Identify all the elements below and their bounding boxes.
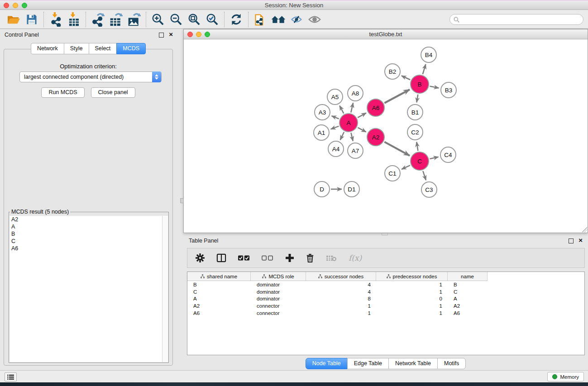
tab-motifs[interactable]: Motifs bbox=[437, 358, 466, 369]
graph-node-C3[interactable]: C3 bbox=[421, 182, 437, 197]
mcds-result-list[interactable]: A2ABCA6 bbox=[10, 216, 162, 362]
tab-network[interactable]: Network bbox=[31, 43, 64, 54]
graph-edge-A-A3[interactable] bbox=[332, 116, 339, 119]
tab-mcds[interactable]: MCDS bbox=[116, 43, 146, 54]
table-row[interactable]: Adominator80A bbox=[187, 295, 584, 302]
table-row[interactable]: Cdominator41C bbox=[187, 288, 584, 295]
show-hide-details-button[interactable] bbox=[306, 11, 324, 28]
table-close-icon[interactable]: × bbox=[578, 237, 583, 243]
toggle-graphics-details-button[interactable] bbox=[287, 11, 306, 28]
result-item[interactable]: A6 bbox=[10, 245, 162, 252]
close-window-button[interactable] bbox=[4, 3, 9, 8]
select-all-button[interactable] bbox=[238, 255, 250, 261]
split-panel-button[interactable] bbox=[216, 253, 226, 262]
network-minimize-button[interactable] bbox=[196, 32, 201, 37]
resize-grip-icon[interactable] bbox=[582, 227, 587, 232]
home-button[interactable] bbox=[269, 11, 287, 28]
graph-edge-A-A6[interactable] bbox=[358, 113, 366, 118]
graph-node-B[interactable]: B bbox=[411, 75, 429, 93]
run-mcds-button[interactable]: Run MCDS bbox=[41, 87, 84, 98]
tab-node-table[interactable]: Node Table bbox=[306, 358, 348, 369]
tab-select[interactable]: Select bbox=[89, 43, 117, 54]
add-column-button[interactable] bbox=[285, 253, 294, 262]
export-table-button[interactable] bbox=[107, 11, 125, 28]
zoom-in-button[interactable] bbox=[149, 11, 167, 28]
network-from-document-button[interactable] bbox=[251, 11, 269, 28]
graph-edge-B-B3[interactable] bbox=[430, 86, 439, 88]
graph-edge-C-C2[interactable] bbox=[416, 142, 418, 151]
result-item[interactable]: A2 bbox=[10, 216, 162, 223]
result-item[interactable]: B bbox=[10, 230, 162, 238]
graph-node-B3[interactable]: B3 bbox=[441, 82, 456, 98]
tab-network-table[interactable]: Network Table bbox=[388, 358, 438, 369]
refresh-view-button[interactable] bbox=[227, 11, 245, 28]
graph-edge-A6-B[interactable] bbox=[384, 90, 410, 103]
graph-edge-C-C1[interactable] bbox=[402, 165, 410, 169]
float-panel-icon[interactable] bbox=[159, 33, 164, 38]
delete-columns-button[interactable] bbox=[306, 253, 314, 262]
graph-node-A7[interactable]: A7 bbox=[348, 143, 363, 158]
graph-edge-B-B4[interactable] bbox=[423, 64, 426, 74]
zoom-out-button[interactable] bbox=[167, 11, 185, 28]
graph-node-C[interactable]: C bbox=[411, 152, 429, 170]
maximize-window-button[interactable] bbox=[22, 3, 27, 8]
delete-table-button[interactable] bbox=[326, 255, 337, 262]
import-network-button[interactable] bbox=[47, 11, 65, 28]
import-table-button[interactable] bbox=[65, 11, 83, 28]
minimize-window-button[interactable] bbox=[13, 3, 18, 8]
save-session-button[interactable] bbox=[23, 11, 41, 28]
column-header-predecessor-nodes[interactable]: predecessor nodes bbox=[376, 272, 448, 281]
table-row[interactable]: A2connector11A2 bbox=[187, 302, 584, 310]
function-builder-button[interactable]: f(x) bbox=[349, 253, 362, 262]
criterion-dropdown[interactable]: largest connected component (directed) bbox=[19, 71, 162, 82]
node-table[interactable]: shared nameMCDS rolesuccessor nodesprede… bbox=[187, 272, 585, 355]
table-row[interactable]: Bdominator41B bbox=[187, 281, 584, 288]
memory-button[interactable]: Memory bbox=[547, 372, 584, 381]
graph-node-D1[interactable]: D1 bbox=[344, 181, 359, 197]
search-field[interactable] bbox=[449, 14, 583, 25]
graph-edge-A-A8[interactable] bbox=[351, 103, 353, 112]
graph-node-A6[interactable]: A6 bbox=[367, 99, 384, 116]
result-item[interactable]: C bbox=[10, 238, 162, 245]
graph-node-C2[interactable]: C2 bbox=[407, 124, 423, 140]
graph-edge-C-C3[interactable] bbox=[423, 171, 426, 180]
export-network-button[interactable] bbox=[89, 11, 107, 28]
graph-node-C1[interactable]: C1 bbox=[385, 166, 400, 181]
deselect-all-button[interactable] bbox=[262, 255, 273, 261]
graph-node-B1[interactable]: B1 bbox=[407, 105, 423, 120]
graph-edge-A2-C[interactable] bbox=[384, 142, 410, 156]
graph-node-A5[interactable]: A5 bbox=[327, 89, 343, 105]
graph-node-A1[interactable]: A1 bbox=[314, 125, 329, 140]
column-header-name[interactable]: name bbox=[448, 272, 488, 281]
close-panel-icon[interactable]: × bbox=[169, 31, 173, 38]
result-scrollbar[interactable] bbox=[162, 216, 168, 362]
graph-edge-A-A7[interactable] bbox=[351, 133, 353, 141]
tab-style[interactable]: Style bbox=[64, 43, 89, 54]
graph-node-A3[interactable]: A3 bbox=[315, 105, 330, 120]
graph-edge-A-A2[interactable] bbox=[358, 128, 366, 132]
graph-edge-A-A1[interactable] bbox=[331, 126, 339, 129]
zoom-selected-button[interactable] bbox=[203, 11, 221, 28]
graph-node-A4[interactable]: A4 bbox=[328, 141, 344, 157]
graph-node-B2[interactable]: B2 bbox=[385, 64, 400, 79]
result-item[interactable]: A bbox=[10, 223, 162, 230]
network-canvas[interactable]: AA6A2BCA5A8A3A1A4A7B2B4B3B1C2C4C1C3DD1 bbox=[184, 39, 588, 233]
graph-node-A8[interactable]: A8 bbox=[348, 86, 363, 101]
table-settings-button[interactable] bbox=[196, 253, 205, 262]
graph-edge-B-B1[interactable] bbox=[417, 95, 418, 103]
network-close-button[interactable] bbox=[187, 32, 193, 37]
network-maximize-button[interactable] bbox=[205, 32, 210, 37]
column-header-shared-name[interactable]: shared name bbox=[187, 272, 251, 281]
table-float-icon[interactable] bbox=[569, 238, 574, 243]
vertical-splitter-handle[interactable] bbox=[382, 233, 388, 235]
table-row[interactable]: A6connector11A6 bbox=[187, 310, 584, 317]
graph-edge-A-A4[interactable] bbox=[340, 132, 344, 140]
column-header-MCDS-role[interactable]: MCDS role bbox=[251, 272, 306, 281]
graph-edge-C-C4[interactable] bbox=[430, 157, 439, 159]
graph-node-A[interactable]: A bbox=[339, 114, 358, 132]
search-input[interactable] bbox=[461, 16, 583, 23]
graph-edge-B-B2[interactable] bbox=[402, 76, 410, 80]
zoom-fit-button[interactable] bbox=[185, 11, 203, 28]
tab-edge-table[interactable]: Edge Table bbox=[347, 358, 389, 369]
graph-node-A2[interactable]: A2 bbox=[367, 129, 384, 146]
